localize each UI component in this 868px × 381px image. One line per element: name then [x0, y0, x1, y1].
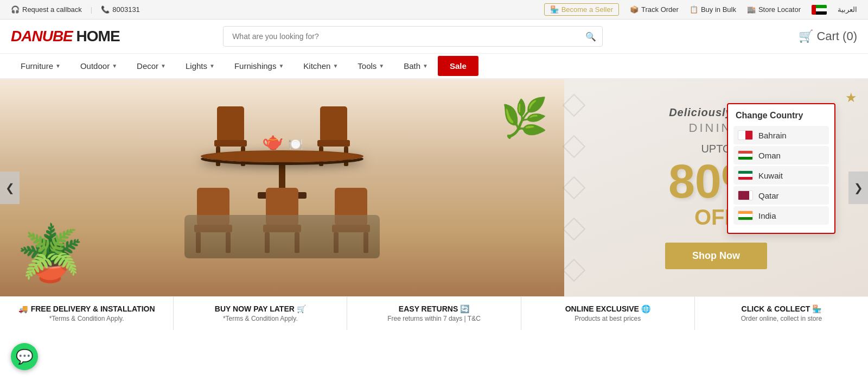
nav-item-tools[interactable]: Tools ▼ [348, 54, 394, 78]
shop-now-button[interactable]: Shop Now [665, 243, 767, 269]
country-name-oman: Oman [758, 151, 781, 160]
bahrain-flag-icon [738, 130, 753, 140]
country-option-qatar[interactable]: Qatar [733, 186, 829, 205]
bottom-bar: 🚚 FREE DELIVERY & INSTALLATION *Terms & … [0, 296, 868, 330]
nav-item-kitchen[interactable]: Kitchen ▼ [293, 54, 348, 78]
country-option-bahrain[interactable]: Bahrain [733, 126, 829, 144]
country-option-oman[interactable]: Oman [733, 146, 829, 164]
search-button[interactable]: 🔍 [585, 31, 596, 42]
svg-rect-1 [214, 140, 247, 147]
pay-later-title: BUY NOW PAY LATER 🛒 [215, 304, 306, 313]
bottom-bar-returns: EASY RETURNS 🔄 Free returns within 7 day… [347, 297, 521, 330]
chevron-down-icon: ▼ [55, 63, 61, 69]
nav-label-tools: Tools [358, 61, 376, 71]
headphone-icon: 🎧 [11, 5, 20, 14]
phone-icon: 📞 [101, 5, 110, 14]
top-bar-right: 🏪 Become a Seller 📦 Track Order 📋 Buy in… [544, 3, 857, 16]
search-input[interactable] [223, 26, 603, 47]
delivery-icon: 🚚 [18, 304, 28, 313]
store-locator-link[interactable]: 🏬 Store Locator [747, 5, 801, 14]
search-bar: 🔍 [223, 26, 603, 47]
exclusive-subtitle: Products at best prices [575, 315, 641, 322]
chevron-down-icon: ▼ [423, 63, 428, 69]
svg-rect-4 [320, 106, 347, 142]
nav-item-decor[interactable]: Decor ▼ [127, 54, 176, 78]
nav-label-sale: Sale [450, 61, 467, 71]
chevron-down-icon: ▼ [278, 63, 284, 69]
chevron-down-icon: ▼ [161, 63, 166, 69]
country-option-india[interactable]: India [733, 206, 829, 225]
rug [184, 215, 380, 258]
nav-label-outdoor: Outdoor [80, 61, 110, 71]
main-nav: Furniture ▼ Outdoor ▼ Decor ▼ Lights ▼ F… [0, 54, 868, 79]
bottom-bar-delivery: 🚚 FREE DELIVERY & INSTALLATION *Terms & … [0, 297, 174, 330]
nav-item-outdoor[interactable]: Outdoor ▼ [71, 54, 127, 78]
track-icon: 📦 [630, 5, 639, 14]
collect-subtitle: Order online, collect in store [741, 315, 822, 322]
kuwait-flag-icon [738, 170, 753, 180]
country-name-kuwait: Kuwait [758, 171, 783, 180]
hero-section: 🪴 🌿 [0, 79, 868, 296]
exclusive-title: ONLINE EXCLUSIVE 🌐 [565, 304, 650, 313]
pay-later-subtitle: *Terms & Condition Apply. [223, 315, 298, 322]
nav-item-bath[interactable]: Bath ▼ [394, 54, 438, 78]
callback-link[interactable]: 🎧 Request a callback [11, 5, 82, 14]
change-country-title: Change Country [733, 111, 829, 120]
hero-image: 🪴 🌿 [0, 79, 564, 296]
country-name-india: India [758, 211, 776, 220]
become-seller-button[interactable]: 🏪 Become a Seller [544, 3, 619, 16]
bulk-icon: 📋 [690, 5, 698, 14]
phone-link[interactable]: 📞 8003131 [101, 5, 140, 14]
nav-item-furniture[interactable]: Furniture ▼ [11, 54, 71, 78]
seller-icon: 🏪 [550, 5, 559, 14]
hero-prev-button[interactable]: ❮ [0, 172, 20, 204]
country-name-bahrain: Bahrain [758, 131, 787, 140]
plant-right-icon: 🌿 [501, 96, 548, 140]
change-country-dropdown: Change Country Bahrain Oman Kuwait Qatar… [727, 103, 835, 234]
star-badge: ★ [845, 90, 857, 105]
decorative-pattern [564, 79, 584, 296]
svg-rect-0 [217, 106, 244, 142]
returns-title: EASY RETURNS 🔄 [399, 304, 469, 313]
qatar-flag-icon [738, 190, 753, 200]
chevron-down-icon: ▼ [379, 63, 384, 69]
teapot-icon: 🫖 [262, 131, 284, 151]
chevron-down-icon: ▼ [333, 63, 338, 69]
nav-label-lights: Lights [186, 61, 207, 71]
nav-item-lights[interactable]: Lights ▼ [176, 54, 225, 78]
store-icon: 🏬 [747, 5, 756, 14]
hero-next-button[interactable]: ❯ [848, 172, 868, 204]
track-order-link[interactable]: 📦 Track Order [630, 5, 679, 14]
bottom-bar-click-collect: CLICK & COLLECT 🏪 Order online, collect … [695, 297, 868, 330]
nav-item-furnishings[interactable]: Furnishings ▼ [225, 54, 293, 78]
bottom-bar-pay-later: BUY NOW PAY LATER 🛒 *Terms & Condition A… [174, 297, 347, 330]
nav-label-furniture: Furniture [21, 61, 53, 71]
chevron-down-icon: ▼ [209, 63, 215, 69]
logo[interactable]: DANUBE HOME [11, 28, 120, 45]
logo-danube: DANUBE [11, 28, 73, 45]
arabic-link[interactable]: العربية [838, 5, 857, 14]
nav-label-bath: Bath [404, 61, 420, 71]
svg-rect-5 [317, 140, 350, 147]
cart-label: Cart (0) [816, 29, 857, 43]
nav-label-decor: Decor [137, 61, 158, 71]
uae-flag-icon [812, 5, 827, 15]
table-items: 🫖 🍽️ [262, 131, 303, 151]
top-bar-left: 🎧 Request a callback | 📞 8003131 [11, 5, 140, 14]
nav-label-kitchen: Kitchen [303, 61, 330, 71]
nav-label-furnishings: Furnishings [234, 61, 277, 71]
country-name-qatar: Qatar [758, 191, 779, 200]
chevron-down-icon: ▼ [112, 63, 117, 69]
returns-subtitle: Free returns within 7 days | T&C [387, 315, 481, 322]
header-right: 🛒 Cart (0) [799, 29, 857, 43]
logo-text: DANUBE HOME [11, 28, 120, 45]
delivery-subtitle: *Terms & Condition Apply. [49, 315, 124, 322]
logo-home: HOME [73, 28, 120, 45]
uae-flag-link[interactable] [812, 5, 827, 15]
divider: | [91, 5, 92, 14]
cart-icon[interactable]: 🛒 Cart (0) [799, 29, 857, 43]
collect-title: CLICK & COLLECT 🏪 [742, 304, 822, 313]
nav-item-sale[interactable]: Sale [438, 56, 478, 76]
country-option-kuwait[interactable]: Kuwait [733, 166, 829, 185]
buy-bulk-link[interactable]: 📋 Buy in Bulk [690, 5, 736, 14]
